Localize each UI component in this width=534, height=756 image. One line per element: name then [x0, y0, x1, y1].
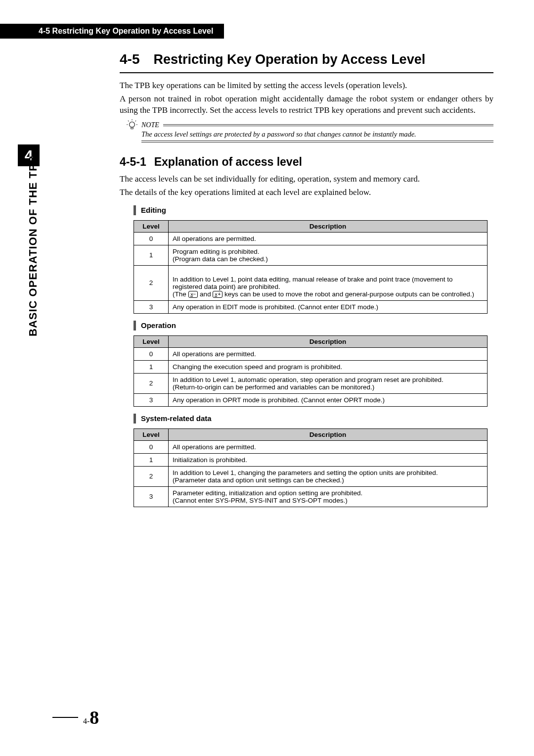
cell-desc-post: keys can be used to move the robot and g…: [222, 290, 474, 298]
cell-level: 1: [134, 360, 169, 373]
section-title: Restricting Key Operation by Access Leve…: [153, 52, 425, 67]
cell-level: 2: [134, 373, 169, 393]
cell-level: 2: [134, 265, 169, 300]
cell-level: 1: [134, 453, 169, 466]
table-title-bar-icon: [134, 205, 136, 215]
table-system-title: System-related data: [141, 414, 212, 423]
side-chapter-title: BASIC OPERATION OF THE TPB: [27, 178, 40, 336]
cell-level: 3: [134, 300, 169, 313]
col-level: Level: [134, 335, 169, 347]
table-operation-block: Operation Level Description 0 All operat…: [134, 321, 493, 407]
cell-level: 3: [134, 393, 169, 406]
table-title-bar-icon: [134, 414, 136, 424]
table-row: 1 Changing the execution speed and progr…: [134, 360, 488, 373]
table-row: 1 Program editing is prohibited. (Progra…: [134, 245, 488, 265]
section-heading: 4-5 Restricting Key Operation by Access …: [120, 51, 493, 67]
sub-intro-paragraph-1: The access levels can be set individuall…: [120, 174, 493, 185]
cell-level: 0: [134, 440, 169, 453]
cell-desc: Any operation in EDIT mode is prohibited…: [169, 300, 488, 313]
cell-desc: All operations are permitted.: [169, 440, 488, 453]
table-row: 3 Any operation in OPRT mode is prohibit…: [134, 393, 488, 406]
cell-desc: Changing the execution speed and program…: [169, 360, 488, 373]
cell-desc: In addition to Level 1, point data editi…: [169, 265, 488, 300]
note-text: The access level settings are protected …: [141, 130, 493, 139]
table-system: Level Description 0 All operations are p…: [134, 428, 488, 507]
svg-point-0: [130, 122, 135, 127]
table-operation-title: Operation: [141, 321, 176, 330]
table-row: 0 All operations are permitted.: [134, 440, 488, 453]
cell-level: 0: [134, 347, 169, 360]
table-editing: Level Description 0 All operations are p…: [134, 220, 488, 314]
lightbulb-icon: [126, 119, 138, 132]
table-editing-block: Editing Level Description 0 All operatio…: [134, 205, 493, 314]
note-box: NOTE The access level settings are prote…: [127, 121, 493, 142]
note-label: NOTE: [141, 121, 159, 129]
subsection-number: 4-5-1: [120, 155, 146, 169]
content-area: 4-5 Restricting Key Operation by Access …: [120, 51, 493, 507]
cell-desc: In addition to Level 1, changing the par…: [169, 466, 488, 486]
cell-desc: In addition to Level 1, automatic operat…: [169, 373, 488, 393]
sub-intro-paragraph-2: The details of the key operations limite…: [120, 187, 493, 198]
cell-desc: All operations are permitted.: [169, 232, 488, 245]
intro-paragraph-1: The TPB key operations can be limited by…: [120, 80, 493, 92]
keycap-icon: x̲−: [188, 291, 198, 298]
subsection-heading: 4-5-1 Explanation of access level: [120, 155, 493, 169]
table-row: 3 Any operation in EDIT mode is prohibit…: [134, 300, 488, 313]
svg-line-5: [135, 121, 136, 122]
cell-level: 0: [134, 232, 169, 245]
cell-desc: All operations are permitted.: [169, 347, 488, 360]
page-number-rule: [52, 717, 78, 718]
section-number: 4-5: [120, 51, 139, 67]
intro-paragraph-2: A person not trained in robot operation …: [120, 94, 493, 116]
table-row: 0 All operations are permitted.: [134, 347, 488, 360]
note-rule-bottom: [141, 141, 493, 142]
cell-level: 2: [134, 466, 169, 486]
col-description: Description: [169, 220, 488, 232]
cell-desc: Parameter editing, initialization and op…: [169, 486, 488, 507]
table-operation: Level Description 0 All operations are p…: [134, 335, 488, 407]
note-rule-top: [163, 124, 493, 126]
keycap-icon: x̲+: [213, 291, 222, 298]
subsection-title: Explanation of access level: [154, 155, 302, 169]
col-level: Level: [134, 428, 169, 440]
header-breadcrumb: 4-5 Restricting Key Operation by Access …: [0, 24, 224, 39]
table-editing-title: Editing: [141, 206, 166, 214]
page-number: 4-8: [52, 707, 99, 728]
table-row: 2 In addition to Level 1, automatic oper…: [134, 373, 488, 393]
table-row: 1 Initialization is prohibited.: [134, 453, 488, 466]
cell-level: 3: [134, 486, 169, 507]
svg-rect-6: [131, 127, 133, 129]
table-title-bar-icon: [134, 321, 136, 331]
table-row: 0 All operations are permitted.: [134, 232, 488, 245]
table-row: 3 Parameter editing, initialization and …: [134, 486, 488, 507]
cell-desc: Program editing is prohibited. (Program …: [169, 245, 488, 265]
cell-desc-mid: and: [198, 290, 213, 298]
cell-level: 1: [134, 245, 169, 265]
page-number-prefix: 4-: [83, 717, 89, 725]
heading-rule: [120, 72, 493, 73]
page: 4-5 Restricting Key Operation by Access …: [0, 0, 534, 756]
col-level: Level: [134, 220, 169, 232]
col-description: Description: [169, 335, 488, 347]
cell-desc: Any operation in OPRT mode is prohibited…: [169, 393, 488, 406]
table-system-block: System-related data Level Description 0 …: [134, 414, 493, 507]
svg-line-4: [128, 121, 129, 122]
table-row: 2 In addition to Level 1, point data edi…: [134, 265, 488, 300]
cell-desc: Initialization is prohibited.: [169, 453, 488, 466]
page-number-value: 8: [89, 707, 99, 728]
col-description: Description: [169, 428, 488, 440]
table-row: 2 In addition to Level 1, changing the p…: [134, 466, 488, 486]
